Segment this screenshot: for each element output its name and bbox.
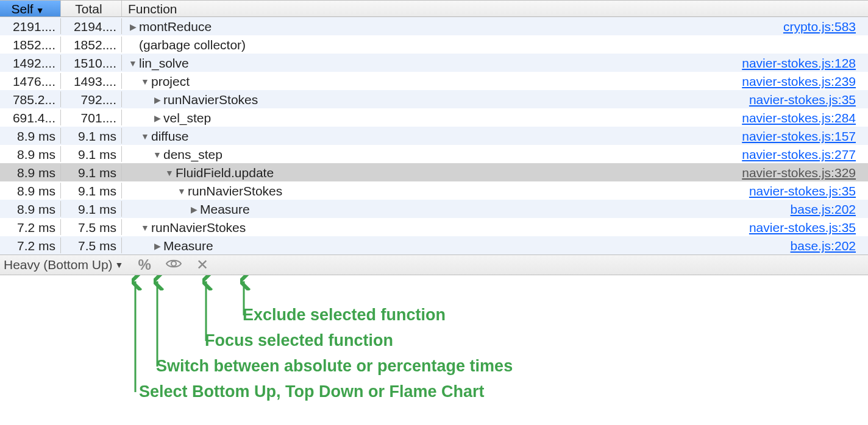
cell-self: 8.9 ms	[0, 183, 61, 198]
function-name: Measure	[200, 202, 250, 217]
annotation-switch: Switch between absolute or percentage ti…	[156, 357, 513, 376]
disclosure-open-icon[interactable]: ▼	[140, 77, 150, 86]
annotation-exclude: Exclude selected function	[243, 306, 446, 325]
column-header-function[interactable]: Function	[122, 1, 868, 16]
cell-function: ▶montReducecrypto.js:583	[122, 18, 868, 34]
column-function-label: Function	[128, 2, 177, 16]
cell-function: ▼dens_stepnavier-stokes.js:277	[122, 146, 868, 162]
cell-self: 2191....	[0, 18, 61, 34]
disclosure-open-icon[interactable]: ▼	[165, 168, 174, 178]
cell-self: 1476....	[0, 73, 61, 89]
function-name: runNavierStokes	[151, 220, 246, 235]
function-name: dens_step	[163, 147, 222, 162]
disclosure-closed-icon[interactable]: ▶	[152, 241, 162, 251]
source-location-link[interactable]: navier-stokes.js:35	[749, 93, 862, 107]
cell-function: ▼projectnavier-stokes.js:239	[122, 73, 868, 89]
cell-total: 9.1 ms	[61, 146, 122, 162]
annotation-focus: Focus selected function	[205, 331, 393, 350]
cell-self: 1492....	[0, 55, 61, 71]
cell-total: 7.5 ms	[61, 219, 122, 235]
table-row[interactable]: 8.9 ms9.1 ms▶Measurebase.js:202	[0, 200, 868, 218]
source-location-link[interactable]: navier-stokes.js:157	[742, 129, 862, 144]
table-row[interactable]: 8.9 ms9.1 ms▼dens_stepnavier-stokes.js:2…	[0, 145, 868, 163]
column-total-label: Total	[75, 2, 102, 16]
cell-total: 1510....	[61, 55, 122, 71]
cell-self: 8.9 ms	[0, 146, 61, 162]
source-location-link[interactable]: navier-stokes.js:128	[742, 56, 862, 71]
function-name: project	[151, 74, 190, 89]
cell-self: 8.9 ms	[0, 164, 61, 180]
source-location-link[interactable]: base.js:202	[791, 202, 862, 217]
source-location-link[interactable]: navier-stokes.js:239	[742, 74, 862, 89]
disclosure-open-icon[interactable]: ▼	[140, 223, 150, 233]
table-row[interactable]: 1476....1493....▼projectnavier-stokes.js…	[0, 72, 868, 90]
table-row[interactable]: 8.9 ms9.1 ms▼FluidField.updatenavier-sto…	[0, 163, 868, 181]
function-name: runNavierStokes	[188, 184, 282, 198]
cell-total: 792....	[61, 91, 122, 107]
function-name: FluidField.update	[176, 166, 274, 180]
source-location-link[interactable]: crypto.js:583	[783, 19, 862, 34]
cell-function: ▼runNavierStokesnavier-stokes.js:35	[122, 183, 868, 198]
table-row[interactable]: 2191....2194....▶montReducecrypto.js:583	[0, 17, 868, 35]
view-selector-label: Heavy (Bottom Up)	[4, 258, 113, 272]
table-row[interactable]: 8.9 ms9.1 ms▼runNavierStokesnavier-stoke…	[0, 181, 868, 200]
source-location-link[interactable]: navier-stokes.js:35	[749, 220, 862, 235]
disclosure-closed-icon[interactable]: ▶	[128, 22, 138, 32]
cell-total: 9.1 ms	[61, 201, 122, 217]
source-location-link[interactable]: navier-stokes.js:284	[742, 111, 862, 125]
cell-self: 691.4...	[0, 110, 61, 125]
cell-function: ▶Measurebase.js:202	[122, 237, 868, 253]
disclosure-open-icon[interactable]: ▼	[177, 186, 187, 196]
cell-function: ▶runNavierStokesnavier-stokes.js:35	[122, 91, 868, 107]
source-location-link[interactable]: navier-stokes.js:329	[742, 166, 862, 180]
chevron-down-icon: ▼	[115, 260, 124, 270]
column-header-total[interactable]: Total	[61, 1, 122, 16]
disclosure-open-icon[interactable]: ▼	[128, 58, 138, 68]
cell-total: 7.5 ms	[61, 237, 122, 253]
cell-self: 8.9 ms	[0, 128, 61, 144]
source-location-link[interactable]: navier-stokes.js:277	[742, 147, 862, 162]
function-name: Measure	[163, 239, 213, 253]
annotation-overlay: Exclude selected function Focus selected…	[0, 275, 868, 409]
eye-icon	[166, 258, 182, 269]
cell-self: 1852....	[0, 37, 61, 52]
exclude-function-button[interactable]: ✕	[196, 258, 208, 272]
cell-total: 701....	[61, 110, 122, 125]
table-row[interactable]: 691.4...701....▶vel_stepnavier-stokes.js…	[0, 108, 868, 127]
cell-function: ▼FluidField.updatenavier-stokes.js:329	[122, 164, 868, 180]
function-name: montReduce	[139, 19, 212, 34]
view-selector-dropdown[interactable]: Heavy (Bottom Up) ▼	[4, 258, 123, 272]
function-name: (garbage collector)	[139, 38, 246, 52]
cell-total: 1493....	[61, 73, 122, 89]
table-row[interactable]: 7.2 ms7.5 ms▼runNavierStokesnavier-stoke…	[0, 218, 868, 236]
sort-indicator-icon: ▼	[36, 5, 44, 15]
cell-function: ▶vel_stepnavier-stokes.js:284	[122, 110, 868, 125]
disclosure-open-icon[interactable]: ▼	[152, 150, 162, 160]
column-self-label: Self	[11, 2, 33, 16]
function-name: diffuse	[151, 129, 189, 144]
cell-total: 1852....	[61, 37, 122, 52]
function-name: vel_step	[163, 111, 211, 125]
focus-function-button[interactable]	[166, 258, 182, 272]
cell-function: ▼lin_solvenavier-stokes.js:128	[122, 55, 868, 71]
cell-function: ▼runNavierStokesnavier-stokes.js:35	[122, 219, 868, 235]
function-name: runNavierStokes	[163, 93, 258, 107]
source-location-link[interactable]: navier-stokes.js:35	[749, 184, 862, 198]
function-name: lin_solve	[139, 56, 189, 71]
source-location-link[interactable]: base.js:202	[791, 239, 862, 253]
percent-toggle-button[interactable]: %	[138, 256, 151, 273]
disclosure-closed-icon[interactable]: ▶	[152, 113, 162, 123]
table-row[interactable]: 1852....1852....(garbage collector)	[0, 35, 868, 54]
cell-total: 2194....	[61, 18, 122, 34]
cell-function: (garbage collector)	[122, 37, 868, 52]
table-row[interactable]: 7.2 ms7.5 ms▶Measurebase.js:202	[0, 236, 868, 255]
disclosure-closed-icon[interactable]: ▶	[152, 95, 162, 105]
disclosure-open-icon[interactable]: ▼	[140, 132, 150, 141]
disclosure-closed-icon[interactable]: ▶	[189, 205, 199, 214]
table-row[interactable]: 1492....1510....▼lin_solvenavier-stokes.…	[0, 54, 868, 72]
column-header-self[interactable]: Self▼	[0, 1, 61, 16]
cell-function: ▶Measurebase.js:202	[122, 201, 868, 217]
table-row[interactable]: 785.2...792....▶runNavierStokesnavier-st…	[0, 90, 868, 108]
profiler-toolbar: Heavy (Bottom Up) ▼ % ✕	[0, 255, 868, 275]
table-row[interactable]: 8.9 ms9.1 ms▼diffusenavier-stokes.js:157	[0, 127, 868, 145]
